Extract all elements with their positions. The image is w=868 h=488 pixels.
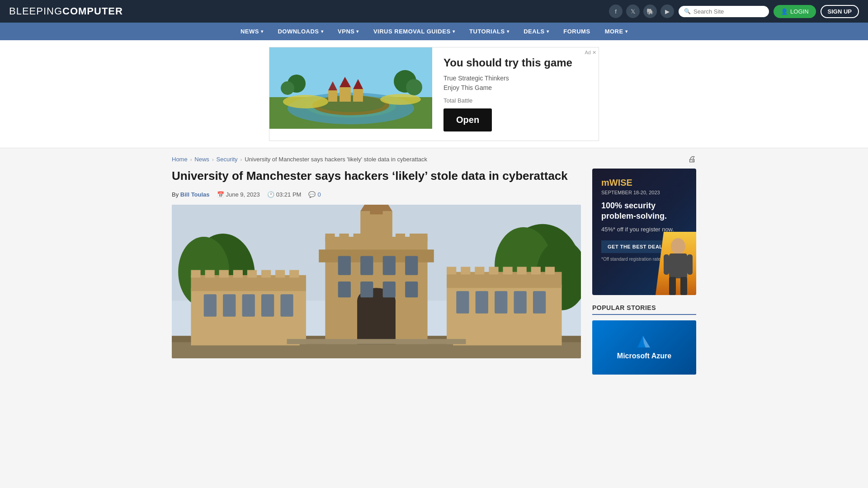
article-time: 🕐 03:21 PM: [267, 191, 302, 198]
ad-close-icon[interactable]: Ad ✕: [585, 50, 596, 56]
svg-rect-39: [360, 256, 373, 275]
nav-item-downloads[interactable]: DOWNLOADS ▾: [270, 23, 330, 40]
ad-content: Ad ✕ You should try this game True Strat…: [432, 47, 584, 141]
logo-text-bold: COMPUTER: [62, 5, 123, 17]
breadcrumb-current: University of Manchester says hackers 'l…: [245, 156, 427, 163]
breadcrumb-news[interactable]: News: [194, 156, 209, 163]
article-author-link[interactable]: Bill Toulas: [180, 191, 210, 198]
vpns-dropdown-icon: ▾: [356, 29, 359, 34]
search-box[interactable]: 🔍: [679, 6, 769, 17]
popular-stories-section: POPULAR STORIES Microsoft Azure: [592, 304, 696, 375]
svg-point-15: [406, 79, 422, 95]
svg-rect-72: [461, 267, 470, 274]
svg-rect-40: [383, 256, 396, 275]
site-header: BLEEPINGCOMPUTER f 𝕏 🐘 ▶ 🔍 👤 LOGIN SIGN …: [0, 0, 868, 23]
svg-rect-66: [233, 270, 243, 277]
nav-item-virus-removal[interactable]: VIRUS REMOVAL GUIDES ▾: [366, 23, 462, 40]
clock-icon: 🕐: [267, 191, 274, 198]
sidebar-ad-mwise: mWISE SEPTEMBER 18-20, 2023 100% securit…: [592, 169, 696, 295]
svg-point-16: [283, 95, 328, 108]
search-icon: 🔍: [684, 8, 691, 14]
facebook-icon[interactable]: f: [609, 5, 623, 18]
content-layout: University of Manchester says hackers ‘l…: [172, 169, 696, 388]
svg-rect-29: [204, 294, 217, 316]
svg-rect-50: [325, 234, 335, 241]
ad-subtitle: True Strategic Thinkers Enjoy This Game: [443, 74, 572, 93]
university-building-svg: [172, 205, 581, 358]
tutorials-dropdown-icon: ▾: [507, 29, 509, 34]
svg-rect-32: [261, 294, 274, 316]
nav-item-news[interactable]: NEWS ▾: [233, 23, 271, 40]
nav-item-vpns[interactable]: VPNS ▾: [330, 23, 366, 40]
ad-game-image: [269, 47, 432, 129]
svg-rect-80: [300, 344, 453, 347]
svg-rect-61: [514, 291, 527, 313]
breadcrumb-sep-3: ›: [241, 157, 242, 162]
nav-item-tutorials[interactable]: TUTORIALS ▾: [462, 23, 516, 40]
nav-item-more[interactable]: MORE ▾: [598, 23, 635, 40]
search-input[interactable]: [693, 8, 764, 15]
svg-rect-42: [338, 282, 351, 297]
svg-rect-67: [247, 270, 257, 277]
svg-rect-30: [223, 294, 236, 316]
breadcrumb-security[interactable]: Security: [217, 156, 238, 163]
sidebar: mWISE SEPTEMBER 18-20, 2023 100% securit…: [592, 169, 696, 375]
svg-rect-65: [219, 270, 229, 277]
breadcrumb-sep-2: ›: [212, 157, 214, 162]
sidebar-ad-cta-button[interactable]: GET THE BEST DEAL: [601, 240, 669, 253]
article-main: University of Manchester says hackers ‘l…: [172, 169, 581, 375]
twitter-icon[interactable]: 𝕏: [626, 5, 640, 18]
mastodon-icon[interactable]: 🐘: [643, 5, 657, 18]
svg-rect-83: [664, 254, 669, 275]
nav-bar: NEWS ▾ DOWNLOADS ▾ VPNS ▾ VIRUS REMOVAL …: [0, 23, 868, 40]
svg-rect-58: [456, 291, 469, 313]
nav-item-deals[interactable]: DEALS ▾: [516, 23, 556, 40]
popular-story-microsoft-azure-image[interactable]: Microsoft Azure: [592, 320, 696, 375]
svg-rect-8: [353, 89, 363, 102]
social-icons-group: f 𝕏 🐘 ▶: [609, 5, 674, 18]
svg-rect-43: [360, 282, 373, 297]
svg-rect-60: [495, 291, 507, 313]
logo-text-light: BLEEPING: [9, 5, 62, 17]
svg-rect-53: [396, 234, 405, 241]
svg-rect-70: [289, 270, 299, 277]
signup-button[interactable]: SIGN UP: [821, 5, 859, 18]
svg-rect-82: [669, 253, 687, 278]
nav-item-forums[interactable]: FORUMS: [556, 23, 597, 40]
ad-brand: Total Battle: [443, 97, 572, 104]
svg-rect-63: [191, 270, 200, 277]
site-logo[interactable]: BLEEPINGCOMPUTER: [9, 5, 123, 17]
article-meta: By Bill Toulas 📅 June 9, 2023 🕐 03:21 PM…: [172, 191, 581, 198]
virus-removal-dropdown-icon: ▾: [453, 29, 455, 34]
svg-rect-59: [476, 291, 488, 313]
svg-rect-55: [418, 234, 427, 241]
deals-dropdown-icon: ▾: [547, 29, 549, 34]
svg-rect-86: [680, 277, 687, 295]
news-dropdown-icon: ▾: [261, 29, 264, 34]
svg-rect-69: [275, 270, 285, 277]
article-date: 📅 June 9, 2023: [217, 191, 260, 198]
svg-rect-68: [261, 270, 271, 277]
svg-rect-33: [280, 294, 293, 316]
svg-rect-75: [503, 267, 512, 274]
svg-rect-38: [338, 256, 351, 275]
svg-rect-85: [669, 277, 676, 295]
breadcrumb: Home › News › Security › University of M…: [172, 148, 696, 169]
ad-banner: Ad ✕ You should try this game True Strat…: [0, 40, 868, 148]
svg-point-17: [380, 94, 421, 105]
print-icon[interactable]: 🖨: [688, 155, 696, 164]
svg-rect-54: [410, 234, 419, 241]
svg-rect-52: [354, 234, 363, 241]
svg-rect-74: [489, 267, 498, 274]
breadcrumb-home[interactable]: Home: [172, 156, 188, 163]
ad-open-button[interactable]: Open: [443, 108, 492, 131]
svg-point-14: [281, 81, 294, 95]
article-author-label: By Bill Toulas: [172, 191, 210, 198]
svg-rect-46: [360, 211, 392, 240]
article-comments[interactable]: 💬 0: [308, 191, 321, 198]
svg-rect-31: [242, 294, 255, 316]
svg-rect-77: [531, 267, 541, 274]
youtube-icon[interactable]: ▶: [660, 5, 674, 18]
login-button[interactable]: 👤 LOGIN: [774, 5, 816, 18]
svg-rect-45: [405, 282, 418, 297]
